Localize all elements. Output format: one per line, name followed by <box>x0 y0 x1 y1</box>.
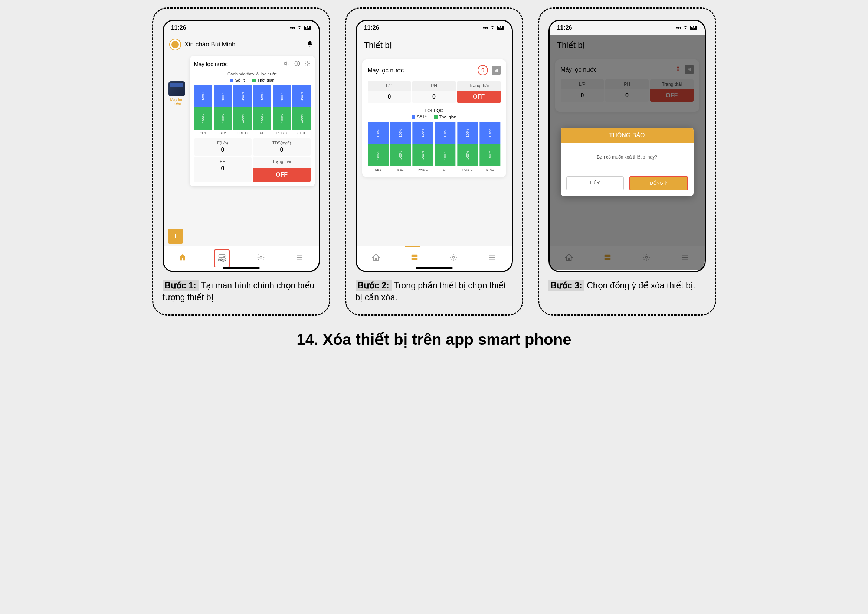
add-button[interactable]: + <box>168 229 183 243</box>
nav-settings[interactable] <box>446 250 460 267</box>
battery-icon: 76 <box>304 26 311 30</box>
filter-bar: 100%100%ST01 <box>293 85 311 135</box>
svg-point-1 <box>307 63 308 64</box>
info-icon[interactable] <box>294 60 300 68</box>
filter-bar: 100%100%SE2 <box>390 122 411 172</box>
card-title: Máy lọc nước <box>194 61 228 68</box>
device-card[interactable]: Máy lọc nước ⊞ L/P0 PH0 Trạng tháiOFF LÕ… <box>362 59 506 177</box>
signal-icon: ••• <box>483 25 489 31</box>
filter-bar: 100%100%UF <box>434 122 455 172</box>
greeting-text: Xin chào,Bùi Minh ... <box>185 41 303 48</box>
nav-settings[interactable] <box>254 250 268 267</box>
chart-legend: Số lít Thời gian <box>368 115 501 119</box>
status-time: 11:26 <box>364 25 379 31</box>
filter-bar: 100%100%PRE C <box>233 85 252 135</box>
device-image <box>169 81 185 96</box>
card-title: Máy lọc nước <box>368 67 404 74</box>
status-icons: ••• 76 <box>483 25 504 31</box>
sidebar-device[interactable]: Máy lọc nước <box>167 81 187 106</box>
stats-grid: F(L/p)0 TDS(mg/l)0 PH0 Trạng tháiOFF <box>194 138 311 182</box>
phone-screen-3: 11:26 ••• 76 Thiết bị Máy lọc nước ⊞ L/P… <box>549 20 706 272</box>
filter-bar: 100%100%UF <box>253 85 271 135</box>
wifi-icon <box>297 25 302 31</box>
step1-caption: Bước 1: Tại màn hình chính chọn biểu tượ… <box>163 279 320 303</box>
filter-bar: 100%100%SE1 <box>368 122 389 172</box>
modal-title: THÔNG BÁO <box>561 128 694 143</box>
status-time: 11:26 <box>557 25 572 31</box>
step2-caption: Bước 2: Trong phần thiết bị chọn thiết b… <box>355 279 513 303</box>
gear-icon[interactable] <box>305 60 311 68</box>
page-title: Thiết bị <box>356 35 512 56</box>
filter-bar: 100%100%ST01 <box>479 122 500 172</box>
confirm-button[interactable]: ĐỒNG Ý <box>629 176 688 191</box>
status-bar: 11:26 ••• 76 <box>356 21 512 35</box>
modal-message: Bạn có muốn xoá thiết bị này? <box>561 143 694 171</box>
status-time: 11:26 <box>171 25 186 31</box>
phone-screen-2: 11:26 ••• 76 Thiết bị Máy lọc nước ⊞ L/P… <box>355 20 513 272</box>
avatar[interactable] <box>169 39 181 51</box>
stats-row: L/P0 PH0 Trạng tháiOFF <box>368 81 501 103</box>
signal-icon: ••• <box>290 25 296 31</box>
filter-bars: 100%100%SE1100%100%SE2100%100%PRE C100%1… <box>368 122 501 172</box>
nav-bar <box>164 246 319 270</box>
home-indicator <box>415 267 453 269</box>
device-card: Máy lọc nước Cảnh báo thay lõi lọc nước … <box>190 56 315 186</box>
nav-devices[interactable] <box>408 251 422 266</box>
sound-icon[interactable] <box>284 60 290 68</box>
filter-bar: 100%100%PRE C <box>412 122 433 172</box>
delete-button[interactable] <box>477 65 488 75</box>
filter-bar: 100%100%POS C <box>457 122 478 172</box>
filter-bar: 100%100%SE1 <box>194 85 212 135</box>
status-bar: 11:26 ••• 76 <box>164 21 319 35</box>
filter-bar: 100%100%POS C <box>273 85 291 135</box>
chart-legend: Số lít Thời gian <box>194 78 311 83</box>
nav-menu[interactable] <box>485 250 499 267</box>
svg-point-4 <box>260 256 262 258</box>
nav-home[interactable] <box>175 250 190 267</box>
wifi-icon <box>683 25 688 31</box>
svg-rect-5 <box>412 255 418 257</box>
nav-bar <box>356 246 512 270</box>
filter-bars: 100%100%SE1100%100%SE2100%100%PRE C100%1… <box>194 85 311 135</box>
cancel-button[interactable]: HỦY <box>566 176 624 191</box>
loiloc-title: LÕI LỌC <box>368 108 501 113</box>
status-icons: ••• 76 <box>290 25 312 31</box>
battery-icon: 76 <box>496 26 504 30</box>
qr-icon[interactable]: ⊞ <box>492 66 501 74</box>
status-icons: ••• 76 <box>676 25 697 31</box>
step3-caption: Bước 3: Chọn đồng ý để xóa thiết bị. <box>549 279 706 291</box>
signal-icon: ••• <box>676 25 682 31</box>
wifi-icon <box>490 25 495 31</box>
nav-home[interactable] <box>369 250 383 267</box>
confirm-modal: THÔNG BÁO Bạn có muốn xoá thiết bị này? … <box>561 128 694 196</box>
status-bar: 11:26 ••• 76 <box>550 21 705 35</box>
warning-text: Cảnh báo thay lõi lọc nước <box>194 71 311 76</box>
svg-rect-6 <box>412 257 418 260</box>
bell-icon[interactable] <box>307 40 313 49</box>
filter-bar: 100%100%SE2 <box>214 85 232 135</box>
step-2: 11:26 ••• 76 Thiết bị Máy lọc nước ⊞ L/P… <box>345 8 523 316</box>
svg-point-7 <box>453 256 454 258</box>
nav-menu[interactable] <box>293 250 307 267</box>
main-title: 14. Xóa thiết bị trên app smart phone <box>8 330 860 349</box>
home-indicator <box>223 267 260 269</box>
step-1: 11:26 ••• 76 Xin chào,Bùi Minh ... Máy l… <box>152 8 330 316</box>
step-3: 11:26 ••• 76 Thiết bị Máy lọc nước ⊞ L/P… <box>538 8 716 316</box>
status-off: OFF <box>457 91 501 103</box>
status-off: OFF <box>253 168 311 182</box>
phone-screen-1: 11:26 ••• 76 Xin chào,Bùi Minh ... Máy l… <box>163 20 320 272</box>
battery-icon: 76 <box>690 26 697 30</box>
home-header: Xin chào,Bùi Minh ... <box>164 35 319 54</box>
